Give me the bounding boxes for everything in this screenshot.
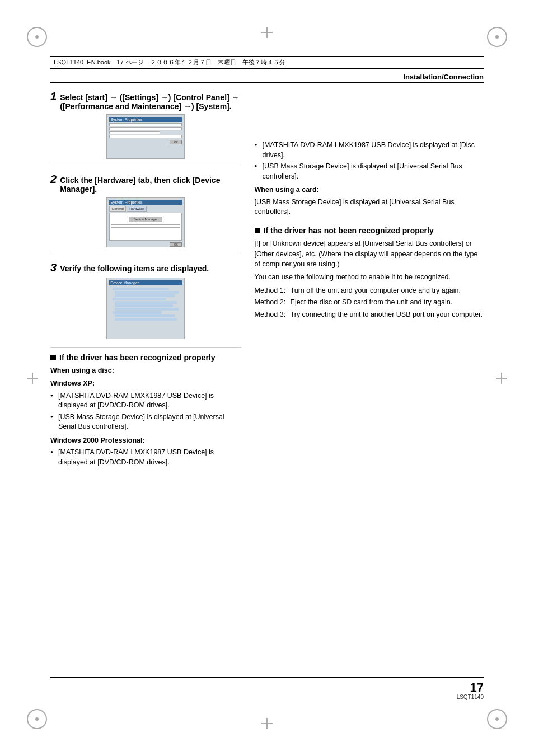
cross-mark-top (261, 27, 273, 38)
step-2-header: 2 Click the [Hardware] tab, then click [… (50, 173, 241, 194)
step-1-text: Select [start] → ([Settings] →) [Control… (60, 93, 241, 111)
method-2: Method 2: Eject the disc or SD card from… (255, 298, 484, 308)
step-1-number: 1 (50, 90, 57, 103)
w2k-bullet-1: [MATSHITA DVD-RAM LMXK1987 USB Device] i… (50, 448, 241, 467)
step-1-header: 1 Select [start] → ([Settings] →) [Contr… (50, 90, 241, 111)
reg-mark-br (487, 709, 507, 729)
not-recognized-para-2: You can use the following method to enab… (255, 272, 484, 283)
method-1-label: Method 1: (255, 286, 288, 296)
reg-mark-bl (27, 709, 47, 729)
right-disc-bullets: [MATSHITA DVD-RAM LMXK1987 USB Device] i… (255, 140, 484, 181)
method-1-text: Turn off the unit and your computer once… (291, 286, 461, 296)
wx-bullet-2: [USB Mass Storage Device] is displayed a… (50, 412, 241, 432)
when-card-label: When using a card: (255, 185, 484, 195)
header-bar: LSQT1140_EN.book 17 ページ ２００６年１２月７日 木曜日 午… (50, 56, 484, 69)
method-3-text: Try connecting the unit to another USB p… (291, 310, 483, 320)
reg-mark-tl (27, 27, 47, 47)
method-1: Method 1: Turn off the unit and your com… (255, 286, 484, 296)
step-1: 1 Select [start] → ([Settings] →) [Contr… (50, 90, 241, 165)
page-number: 17 (470, 682, 484, 694)
rd-bullet-2: [USB Mass Storage Device] is displayed a… (255, 162, 484, 181)
screenshot-3: Device Manager (106, 278, 185, 339)
page: LSQT1140_EN.book 17 ページ ２００６年１２月７日 木曜日 午… (0, 0, 534, 756)
screenshot-1: System Properties OK (106, 114, 185, 159)
square-bullet-icon (50, 355, 56, 360)
driver-recognized-section-title: If the driver has been recognized proper… (50, 353, 241, 362)
right-column: [MATSHITA DVD-RAM LMXK1987 USB Device] i… (255, 90, 484, 683)
cross-mark-left (27, 373, 38, 384)
two-col-layout: 1 Select [start] → ([Settings] →) [Contr… (50, 90, 484, 683)
method-2-text: Eject the disc or SD card from the unit … (291, 298, 453, 308)
method-3-label: Method 3: (255, 310, 288, 320)
method-3: Method 3: Try connecting the unit to ano… (255, 310, 484, 320)
cross-mark-bottom (261, 718, 273, 729)
screenshot-2: System Properties General Hardware Devic… (106, 197, 185, 247)
windows-xp-bullets: [MATSHITA DVD-RAM LMXK1987 USB Device] i… (50, 391, 241, 432)
step-3-number: 3 (50, 261, 57, 274)
reg-mark-tr (487, 27, 507, 47)
method-list: Method 1: Turn off the unit and your com… (255, 286, 484, 320)
driver-not-recognized-title: If the driver has not been recognized pr… (264, 226, 434, 235)
footer-bar: 17 LSQT1140 (50, 677, 484, 700)
step-2-text: Click the [Hardware] tab, then click [De… (60, 176, 241, 194)
square-bullet-icon-2 (255, 228, 260, 233)
driver-not-recognized-section-title: If the driver has not been recognized pr… (255, 226, 484, 235)
left-column: 1 Select [start] → ([Settings] →) [Contr… (50, 90, 241, 683)
windows-xp-label: Windows XP: (50, 378, 241, 389)
when-disc-label: When using a disc: (50, 365, 241, 376)
not-recognized-para-1: [!] or [Unknown device] appears at [Univ… (255, 238, 484, 270)
when-card-text: [USB Mass Storage Device] is displayed a… (255, 198, 484, 217)
step-2-number: 2 (50, 173, 57, 186)
step-2: 2 Click the [Hardware] tab, then click [… (50, 173, 241, 253)
section-title: Installation/Connection (403, 73, 484, 81)
driver-recognized-title: If the driver has been recognized proper… (59, 353, 216, 362)
step-3-text: Verify the following items are displayed… (60, 264, 209, 273)
method-2-label: Method 2: (255, 298, 288, 308)
step-3: 3 Verify the following items are display… (50, 261, 241, 339)
wx-bullet-1: [MATSHITA DVD-RAM LMXK1987 USB Device] i… (50, 391, 241, 411)
windows-2000-bullets: [MATSHITA DVD-RAM LMXK1987 USB Device] i… (50, 448, 241, 467)
step-3-header: 3 Verify the following items are display… (50, 261, 241, 274)
rd-bullet-1: [MATSHITA DVD-RAM LMXK1987 USB Device] i… (255, 140, 484, 160)
header-file-info: LSQT1140_EN.book 17 ページ ２００６年１２月７日 木曜日 午… (54, 58, 285, 67)
windows-2000-label: Windows 2000 Professional: (50, 435, 241, 446)
section-header: Installation/Connection (50, 73, 484, 83)
content-area: Installation/Connection 1 Select [start]… (50, 73, 484, 683)
doc-code: LSQT1140 (457, 694, 484, 700)
cross-mark-right (496, 373, 507, 384)
